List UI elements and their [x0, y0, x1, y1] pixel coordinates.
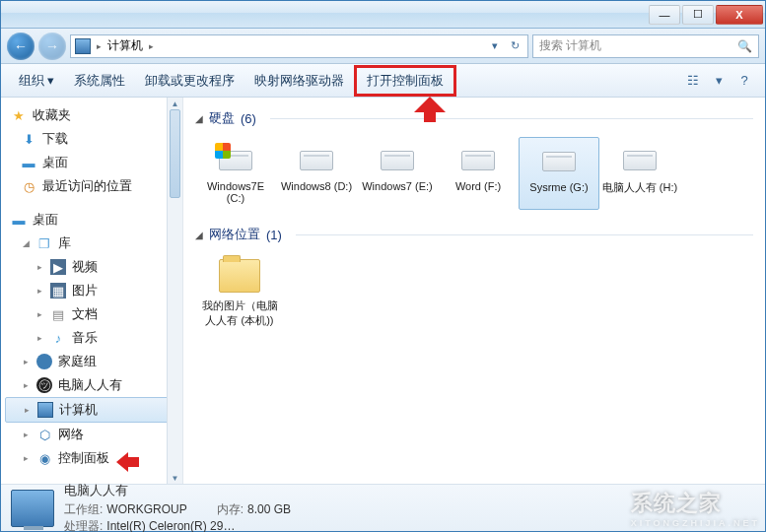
workgroup-value: WORKGROUP — [106, 502, 186, 516]
group-label: 网络位置 — [209, 226, 260, 243]
library-icon: ❐ — [36, 235, 52, 251]
search-input[interactable]: 搜索 计算机 🔍 — [532, 34, 759, 58]
expand-icon[interactable]: ▸ — [21, 430, 31, 439]
computer-icon — [37, 402, 53, 418]
drive-item[interactable]: Windows7 (E:) — [357, 137, 438, 210]
expand-icon[interactable]: ▸ — [35, 309, 44, 319]
forward-button[interactable]: → — [38, 33, 66, 60]
processor-value: Intel(R) Celeron(R) 29… — [106, 519, 235, 533]
video-icon: ▶ — [50, 259, 66, 275]
drives-grid: Windows7E (C:)Windows8 (D:)Windows7 (E:)… — [195, 137, 753, 210]
collapse-icon[interactable]: ◢ — [195, 113, 203, 124]
sidebar-recent[interactable]: ◷最近访问的位置 — [1, 174, 182, 198]
view-mode-button[interactable]: ☷ — [680, 70, 706, 92]
sidebar-pictures[interactable]: ▸▦图片 — [1, 279, 182, 302]
drive-icon — [457, 143, 499, 174]
group-network-locations[interactable]: ◢ 网络位置 (1) — [195, 226, 753, 243]
group-hard-disks[interactable]: ◢ 硬盘 (6) — [195, 109, 753, 127]
computer-icon — [75, 38, 91, 54]
expand-icon[interactable]: ▸ — [35, 286, 44, 296]
sidebar-computer[interactable]: ▸计算机 — [5, 397, 178, 423]
desktop-icon: ▬ — [11, 212, 27, 228]
sidebar: ★收藏夹 ⬇下载 ▬桌面 ◷最近访问的位置 ▬桌面 ◢❐库 ▸▶视频 ▸▦图片 … — [1, 98, 183, 484]
search-icon: 🔍 — [737, 39, 752, 53]
clock-icon: ◷ — [21, 178, 36, 194]
help-button[interactable]: ? — [731, 70, 757, 92]
expand-icon[interactable]: ▸ — [21, 380, 31, 390]
expand-icon[interactable]: ▸ — [22, 405, 32, 415]
scroll-thumb[interactable] — [170, 109, 180, 198]
close-button[interactable]: X — [716, 5, 763, 25]
explorer-window: — ☐ X ← → ▸ 计算机 ▸ ▾ ↻ 搜索 计算机 🔍 组织▾ 系统属性 … — [0, 0, 766, 532]
drive-item[interactable]: 电脑人人有 (H:) — [599, 137, 680, 210]
chevron-right-icon[interactable]: ▸ — [95, 41, 104, 51]
sidebar-downloads[interactable]: ⬇下载 — [1, 127, 182, 151]
sidebar-documents[interactable]: ▸▤文档 — [1, 302, 182, 326]
processor-label: 处理器: — [64, 519, 103, 533]
sidebar-homegroup[interactable]: ▸家庭组 — [1, 350, 182, 373]
address-bar[interactable]: ▸ 计算机 ▸ ▾ ↻ — [70, 34, 528, 58]
sidebar-scrollbar[interactable]: ▲ ▼ — [167, 98, 182, 484]
system-properties-button[interactable]: 系统属性 — [64, 68, 135, 94]
download-icon: ⬇ — [21, 131, 36, 147]
group-count: (1) — [266, 228, 282, 242]
drive-label: Sysrme (G:) — [522, 181, 596, 193]
drive-label: Windows8 (D:) — [278, 180, 355, 192]
workgroup-label: 工作组: — [64, 502, 103, 516]
organize-menu[interactable]: 组织▾ — [9, 68, 64, 94]
drive-icon — [296, 143, 337, 174]
uninstall-programs-button[interactable]: 卸载或更改程序 — [135, 68, 244, 94]
drive-item[interactable]: Windows8 (D:) — [276, 137, 357, 210]
sidebar-control-panel[interactable]: ▸◉控制面板 — [1, 446, 182, 470]
drive-label: 电脑人人有 (H:) — [601, 180, 678, 195]
chevron-right-icon[interactable]: ▸ — [147, 41, 156, 51]
chevron-down-icon: ▾ — [47, 73, 54, 88]
breadcrumb-computer[interactable]: 计算机 — [104, 37, 147, 54]
map-network-drive-button[interactable]: 映射网络驱动器 — [244, 68, 354, 94]
group-count: (6) — [241, 111, 256, 126]
body: ★收藏夹 ⬇下载 ▬桌面 ◷最近访问的位置 ▬桌面 ◢❐库 ▸▶视频 ▸▦图片 … — [1, 98, 765, 484]
titlebar: — ☐ X — [1, 1, 765, 29]
network-icon: ⬡ — [36, 427, 52, 442]
nav-row: ← → ▸ 计算机 ▸ ▾ ↻ 搜索 计算机 🔍 — [1, 29, 765, 64]
sidebar-videos[interactable]: ▸▶视频 — [1, 255, 182, 279]
network-folder-item[interactable]: 我的图片（电脑人人有 (本机)) — [195, 253, 284, 334]
windows-flag-icon — [215, 143, 231, 159]
sidebar-favorites[interactable]: ★收藏夹 — [1, 103, 182, 127]
scroll-up-icon[interactable]: ▲ — [168, 98, 182, 109]
drive-item[interactable]: Word (F:) — [438, 137, 519, 210]
network-items-grid: 我的图片（电脑人人有 (本机)) — [195, 253, 753, 334]
sidebar-music[interactable]: ▸♪音乐 — [1, 326, 182, 350]
control-panel-icon: ◉ — [36, 450, 52, 466]
expand-icon[interactable]: ▸ — [35, 262, 44, 272]
expand-icon[interactable]: ▸ — [35, 333, 44, 343]
document-icon: ▤ — [50, 306, 66, 322]
expand-icon[interactable]: ▸ — [21, 357, 31, 366]
scroll-down-icon[interactable]: ▼ — [168, 472, 182, 484]
drive-icon — [215, 143, 256, 174]
expand-icon[interactable]: ◢ — [21, 238, 31, 248]
collapse-icon[interactable]: ◢ — [195, 230, 203, 240]
maximize-button[interactable]: ☐ — [682, 5, 714, 25]
minimize-button[interactable]: — — [649, 5, 680, 25]
open-control-panel-button[interactable]: 打开控制面板 — [354, 65, 456, 97]
view-dropdown[interactable]: ▾ — [706, 70, 731, 92]
divider — [296, 234, 753, 235]
memory-label: 内存: — [217, 502, 244, 516]
sidebar-libraries[interactable]: ◢❐库 — [1, 232, 182, 255]
item-label: 我的图片（电脑人人有 (本机)) — [197, 299, 282, 328]
drive-item[interactable]: Windows7E (C:) — [195, 137, 276, 210]
back-button[interactable]: ← — [7, 33, 35, 60]
expand-icon[interactable]: ▸ — [21, 453, 31, 463]
sidebar-network[interactable]: ▸⬡网络 — [1, 423, 182, 446]
address-dropdown[interactable]: ▾ — [486, 37, 504, 55]
drive-item[interactable]: Sysrme (G:) — [519, 137, 599, 210]
drive-label: Word (F:) — [440, 180, 517, 192]
sidebar-desktop[interactable]: ▬桌面 — [1, 151, 182, 174]
sidebar-user[interactable]: ▸㋡电脑人人有 — [1, 373, 182, 397]
drive-label: Windows7E (C:) — [197, 180, 274, 204]
homegroup-icon — [36, 354, 52, 369]
sidebar-desktop-root[interactable]: ▬桌面 — [1, 208, 182, 232]
drive-icon — [538, 144, 580, 175]
refresh-button[interactable]: ↻ — [506, 37, 523, 55]
